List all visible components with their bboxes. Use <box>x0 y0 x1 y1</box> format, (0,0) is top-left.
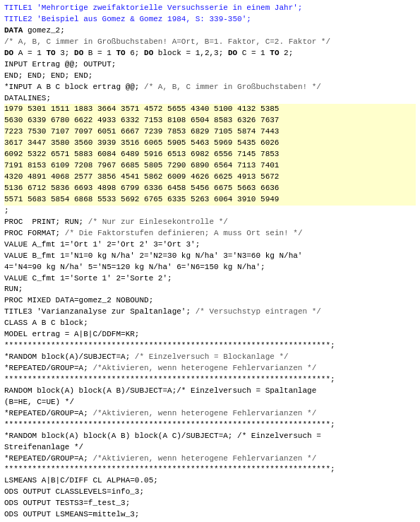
code-editor: TITLE1 'Mehrortige zweifaktorielle Versu… <box>0 0 420 522</box>
code-line: 1979 5301 1511 1883 3664 3571 4572 5655 … <box>4 104 416 115</box>
code-line: 5136 6712 5836 6693 4898 6799 6336 6458 … <box>4 183 416 194</box>
code-line: MODEL ertrag = A|B|C/DDFM=KR; <box>4 329 416 340</box>
code-line: *RANDOM block(A)/SUBJECT=A; /* Einzelver… <box>4 352 416 363</box>
code-line: LSMEANS A|B|C/DIFF CL ALPHA=0.05; <box>4 475 416 487</box>
code-line: ODS OUTPUT TESTS3=f_test_3; <box>4 498 416 509</box>
code-line: TITLE1 'Mehrortige zweifaktorielle Versu… <box>4 3 416 14</box>
code-line: 4320 4891 4068 2577 3856 4541 5862 6009 … <box>4 172 416 183</box>
code-line: 6092 5322 6571 5883 6084 6489 5916 6513 … <box>4 149 416 160</box>
code-line: /* A, B, C immer in Großbuchstaben! A=Or… <box>4 37 416 48</box>
code-line: ****************************************… <box>4 420 416 431</box>
code-line: *REPEATED/GROUP=A; /*Aktivieren, wenn he… <box>4 453 416 465</box>
code-line: ****************************************… <box>4 340 416 352</box>
code-line: RUN; <box>4 284 416 295</box>
code-line: ****************************************… <box>4 374 416 386</box>
code-line: 4='N4=90 kg N/ha' 5='N5=120 kg N/ha' 6='… <box>4 262 416 273</box>
code-line: DO A = 1 TO 3; DO B = 1 TO 6; DO block =… <box>4 48 416 59</box>
code-line: *INPUT A B C block ertrag @@; /* A, B, C… <box>4 82 416 93</box>
code-line: 5630 6339 6780 6622 4933 6332 7153 8108 … <box>4 115 416 126</box>
code-line: *RANDOM block(A) block(A B) block(A C)/S… <box>4 431 416 442</box>
code-line: VALUE A_fmt 1='Ort 1' 2='Ort 2' 3='Ort 3… <box>4 239 416 251</box>
code-line: ; <box>4 206 416 217</box>
code-line: CLASS A B C block; <box>4 318 416 329</box>
code-line: PROC MIXED DATA=gomez_2 NOBOUND; <box>4 295 416 307</box>
code-line: 3617 3447 3580 3560 3939 3516 6065 5905 … <box>4 138 416 149</box>
code-line: 7223 7530 7107 7097 6051 6667 7239 7853 … <box>4 126 416 138</box>
code-line: DATALINES; <box>4 93 416 105</box>
code-line: *REPEATED/GROUP=A; /*Aktivieren, wenn he… <box>4 408 416 420</box>
code-line: RANDOM block(A) block(A B)/SUBJECT=A;/* … <box>4 386 416 397</box>
code-line: 7191 8153 6109 7208 7967 6685 5805 7290 … <box>4 160 416 172</box>
code-line: (B=HE, C=UE) */ <box>4 397 416 408</box>
code-line: ****************************************… <box>4 464 416 475</box>
code-line: END; END; END; END; <box>4 71 416 82</box>
code-line: TITLE3 'Varianzanalyse zur Spaltanlage';… <box>4 307 416 318</box>
code-line: Streifenanlage */ <box>4 442 416 453</box>
code-line: PROC FORMAT; /* Die Faktorstufen definie… <box>4 228 416 239</box>
code-line: VALUE C_fmt 1='Sorte 1' 2='Sorte 2'; <box>4 273 416 285</box>
code-line: INPUT Ertrag @@; OUTPUT; <box>4 59 416 71</box>
code-line: 5571 5683 5854 6868 5533 5692 6765 6335 … <box>4 194 416 206</box>
code-line: TITLE2 'Beispiel aus Gomez & Gomez 1984,… <box>4 14 416 25</box>
code-line: *REPEATED/GROUP=A; /*Aktivieren, wenn he… <box>4 363 416 374</box>
code-line: PROC PRINT; RUN; /* Nur zur Einlesekontr… <box>4 217 416 228</box>
code-line: DATA gomez_2; <box>4 25 416 37</box>
code-line: VALUE B_fmt 1='N1=0 kg N/ha' 2='N2=30 kg… <box>4 251 416 262</box>
code-line: ODS OUTPUT CLASSLEVELS=info_3; <box>4 487 416 498</box>
code-line: ODS OUTPUT LSMEANS=mittelw_3; <box>4 509 416 521</box>
